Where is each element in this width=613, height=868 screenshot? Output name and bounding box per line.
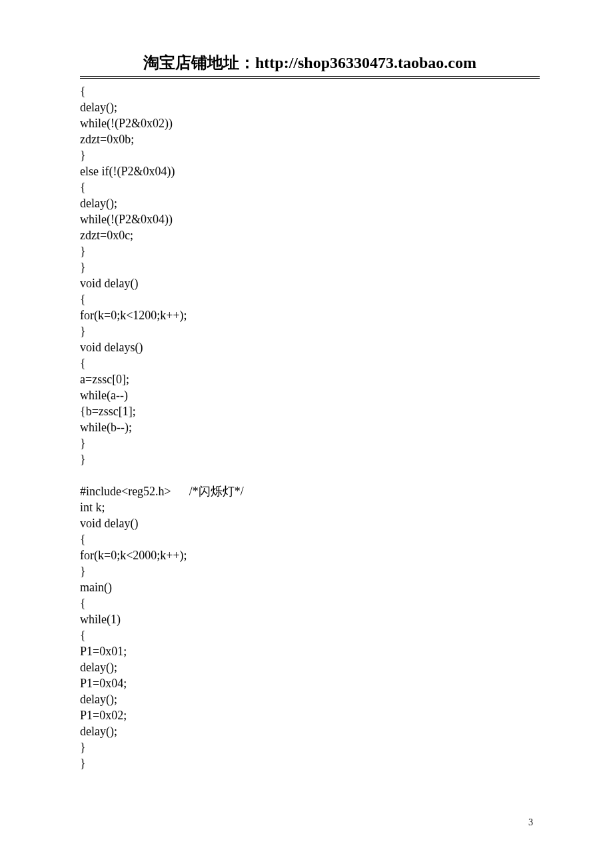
code-content: { delay(); while(!(P2&0x02)) zdzt=0x0b; … bbox=[80, 83, 540, 771]
document-page: 淘宝店铺地址：http://shop36330473.taobao.com { … bbox=[0, 0, 613, 868]
header-url: http://shop36330473.taobao.com bbox=[255, 54, 476, 71]
page-number: 3 bbox=[528, 817, 533, 828]
page-header: 淘宝店铺地址：http://shop36330473.taobao.com bbox=[80, 52, 540, 77]
header-prefix: 淘宝店铺地址： bbox=[143, 54, 255, 71]
